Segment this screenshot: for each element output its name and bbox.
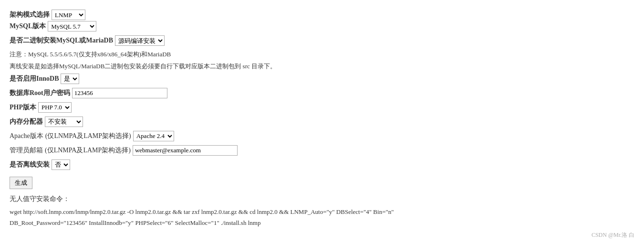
mysql-version-label: MySQL版本 xyxy=(10,22,46,31)
arch-row: 架构模式选择 LNMP LAMP LNMPA WNMP xyxy=(10,10,634,20)
php-label: PHP版本 xyxy=(10,103,36,112)
offline-select[interactable]: 否 是 xyxy=(52,159,70,170)
dbpassword-row: 数据库Root用户密码 xyxy=(10,88,634,98)
innodb-row: 是否启用InnoDB 是 否 xyxy=(10,74,634,84)
command-line2: DB_Root_Password="123456" InstallInnodb=… xyxy=(10,217,634,228)
apache-label: Apache版本 xyxy=(10,132,43,140)
mysql-install-row: 是否二进制安装MySQL或MariaDB 源码编译安装 二进制安装 xyxy=(10,35,634,46)
email-label: 管理员邮箱 xyxy=(10,146,43,155)
generate-row: 生成 xyxy=(10,174,634,193)
email-row: 管理员邮箱 (仅LNMPA及LAMP架构选择) xyxy=(10,145,634,156)
malloc-label: 内存分配器 xyxy=(10,117,43,126)
offline-label: 是否离线安装 xyxy=(10,160,50,169)
innodb-select[interactable]: 是 否 xyxy=(61,74,79,84)
apache-select[interactable]: Apache 2.4 Apache 2.2 xyxy=(133,131,174,141)
mysql-version-row: MySQL版本 MySQL 5.7 MySQL 5.6 MySQL 5.5 Ma… xyxy=(10,21,634,32)
offline-row: 是否离线安装 否 是 xyxy=(10,159,634,170)
command-line1: wget http://soft.lnmp.com/lnmp/lnmp2.0.t… xyxy=(10,206,634,217)
note1: 注意：MySQL 5.5/5.6/5.7(仅支持x86/x86_64架构)和Ma… xyxy=(10,50,634,60)
note2: 离线安装是如选择MySQL/MariaDB二进制包安装必须要自行下载对应版本二进… xyxy=(10,62,634,72)
malloc-select[interactable]: 不安装 TCMalloc jemalloc xyxy=(45,117,83,127)
mysql-version-select[interactable]: MySQL 5.7 MySQL 5.6 MySQL 5.5 MariaDB 10… xyxy=(48,21,96,32)
apache-row: Apache版本 (仅LNMPA及LAMP架构选择) Apache 2.4 Ap… xyxy=(10,131,634,141)
php-row: PHP版本 PHP 7.0 PHP 7.1 PHP 7.2 PHP 5.6 PH… xyxy=(10,102,634,113)
email-note: (仅LNMPA及LAMP架构选择) xyxy=(45,146,131,155)
php-select[interactable]: PHP 7.0 PHP 7.1 PHP 7.2 PHP 5.6 PHP 5.5 xyxy=(38,102,72,113)
apache-note: (仅LNMPA及LAMP架构选择) xyxy=(45,132,131,140)
dbpassword-input[interactable] xyxy=(72,88,167,98)
generate-button[interactable]: 生成 xyxy=(10,177,32,189)
command-container: wget http://soft.lnmp.com/lnmp/lnmp2.0.t… xyxy=(10,206,634,229)
dbpassword-label: 数据库Root用户密码 xyxy=(10,89,70,97)
command-label: 无人值守安装命令： xyxy=(10,195,634,203)
arch-label: 架构模式选择 xyxy=(10,11,50,19)
malloc-row: 内存分配器 不安装 TCMalloc jemalloc xyxy=(10,117,634,127)
mysql-install-label: 是否二进制安装MySQL或MariaDB xyxy=(10,36,113,45)
footer-credit: CSDN @Mr.洛 白 xyxy=(592,231,634,239)
innodb-label: 是否启用InnoDB xyxy=(10,74,59,83)
email-input[interactable] xyxy=(133,145,238,156)
arch-select[interactable]: LNMP LAMP LNMPA WNMP xyxy=(52,10,85,20)
mysql-install-select[interactable]: 源码编译安装 二进制安装 xyxy=(115,35,165,46)
